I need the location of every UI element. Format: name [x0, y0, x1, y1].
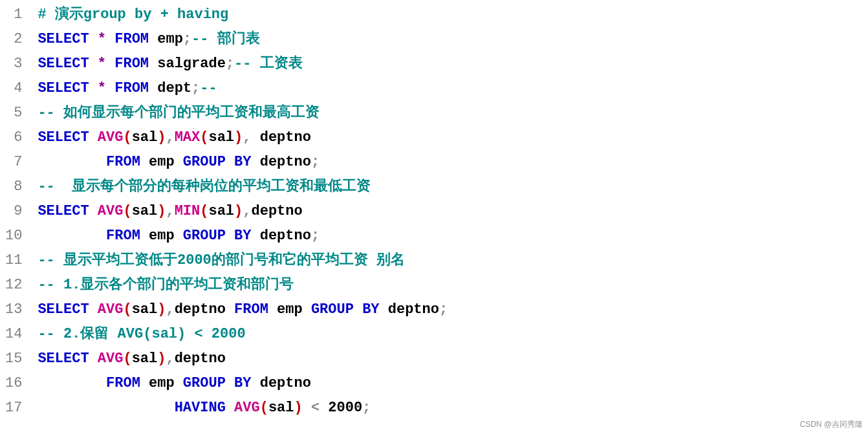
token: ;	[226, 56, 234, 72]
token	[38, 154, 106, 170]
code-line: SELECT * FROM emp;-- 部门表	[38, 27, 448, 52]
token: *	[98, 31, 106, 47]
token	[106, 31, 114, 47]
token: deptno	[388, 301, 439, 318]
token: sal	[208, 129, 234, 146]
token: deptno	[175, 301, 226, 318]
token: sal	[132, 129, 158, 146]
token: *	[98, 80, 106, 96]
line-number: 5	[5, 101, 22, 125]
line-number: 2	[5, 27, 22, 52]
token: AVG	[234, 400, 260, 416]
token: FROM	[114, 31, 149, 47]
token: deptno	[251, 203, 302, 219]
token	[175, 228, 183, 244]
token: (	[123, 203, 131, 219]
token: -- 部门表	[191, 31, 260, 47]
token	[226, 375, 234, 391]
token	[38, 228, 106, 244]
line-number: 3	[5, 52, 22, 76]
token: )	[294, 400, 302, 416]
token: GROUP	[183, 228, 226, 244]
token: emp	[157, 31, 183, 47]
line-number: 15	[5, 347, 22, 371]
token: 2000	[328, 400, 362, 416]
token: MIN	[175, 203, 201, 219]
token	[38, 400, 174, 416]
token: ;	[311, 154, 320, 170]
token: )	[157, 301, 166, 318]
token	[140, 375, 149, 391]
line-number: 11	[5, 248, 22, 273]
token: FROM	[106, 154, 140, 170]
code-line: SELECT AVG(sal),deptno FROM emp GROUP BY…	[38, 298, 448, 322]
line-number: 10	[5, 224, 22, 248]
token: ;	[311, 228, 320, 244]
code-line: SELECT AVG(sal),MIN(sal),deptno	[38, 199, 448, 224]
line-number: 6	[5, 125, 22, 150]
token: )	[157, 351, 166, 367]
token	[175, 375, 183, 391]
token: AVG	[98, 351, 124, 367]
token	[89, 301, 98, 318]
line-number: 9	[5, 199, 22, 224]
token	[140, 228, 149, 244]
code-line: -- 如何显示每个部门的平均工资和最高工资	[38, 101, 448, 125]
token	[226, 400, 234, 416]
token: SELECT	[38, 80, 89, 96]
token: # 演示group by + having	[38, 6, 228, 23]
line-number: 14	[5, 322, 22, 347]
line-number: 12	[5, 273, 22, 298]
token	[320, 400, 328, 416]
token: dept	[157, 80, 191, 96]
token	[175, 154, 183, 170]
token: sal	[132, 203, 158, 219]
token: -- 2.保留 AVG(sal) < 2000	[38, 326, 245, 342]
token: SELECT	[38, 351, 89, 367]
token: SELECT	[38, 31, 89, 47]
token: -- 显示平均工资低于2000的部门号和它的平均工资 别名	[38, 252, 405, 268]
token	[251, 129, 259, 146]
token: -- 1.显示各个部门的平均工资和部门号	[38, 277, 294, 293]
token: GROUP	[183, 375, 226, 391]
token: FROM	[114, 80, 149, 96]
token: ,	[166, 203, 174, 219]
token: deptno	[260, 129, 311, 146]
code-editor: 1234567891011121314151617 # 演示group by +…	[0, 0, 868, 420]
code-line: -- 2.保留 AVG(sal) < 2000	[38, 322, 448, 347]
code-line: FROM emp GROUP BY deptno;	[38, 224, 448, 248]
token: AVG	[98, 301, 124, 318]
token: )	[157, 129, 166, 146]
token: SELECT	[38, 301, 89, 318]
token: SELECT	[38, 203, 89, 219]
code-content: # 演示group by + havingSELECT * FROM emp;-…	[38, 3, 448, 420]
token	[89, 129, 98, 146]
token	[380, 301, 388, 318]
token	[89, 80, 98, 96]
token: sal	[208, 203, 234, 219]
token	[268, 301, 277, 318]
token: ,	[243, 203, 251, 219]
token: <	[311, 400, 320, 416]
token: ,	[243, 129, 251, 146]
token: (	[123, 351, 131, 367]
line-number: 16	[5, 371, 22, 396]
token	[89, 56, 98, 72]
token: emp	[149, 228, 175, 244]
code-line: # 演示group by + having	[38, 3, 448, 27]
line-number: 4	[5, 76, 22, 101]
token: BY	[234, 375, 251, 391]
token: (	[200, 203, 208, 219]
token: ;	[362, 400, 371, 416]
token	[226, 228, 234, 244]
code-line: FROM emp GROUP BY deptno	[38, 371, 448, 396]
code-line: SELECT * FROM salgrade;-- 工资表	[38, 52, 448, 76]
token: AVG	[98, 203, 124, 219]
token: (	[123, 301, 131, 318]
token: -- 如何显示每个部门的平均工资和最高工资	[38, 105, 320, 121]
token: AVG	[98, 129, 124, 146]
token: deptno	[260, 228, 311, 244]
token	[226, 154, 234, 170]
token: GROUP	[311, 301, 354, 318]
token: (	[200, 129, 208, 146]
